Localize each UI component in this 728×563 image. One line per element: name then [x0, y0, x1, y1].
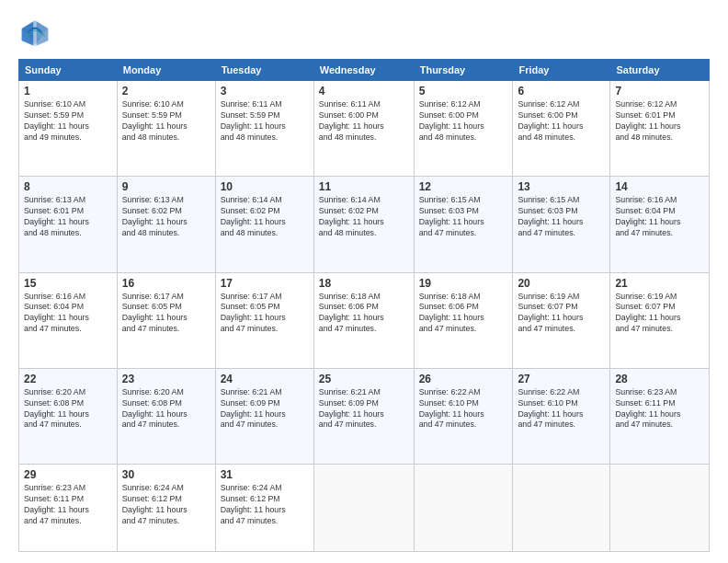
day-number: 9 [122, 180, 210, 193]
day-cell-13: 13Sunrise: 6:15 AM Sunset: 6:03 PM Dayli… [513, 177, 610, 272]
day-cell-18: 18Sunrise: 6:18 AM Sunset: 6:06 PM Dayli… [313, 272, 414, 368]
day-info: Sunrise: 6:24 AM Sunset: 6:12 PM Dayligh… [221, 483, 309, 527]
day-number: 19 [419, 277, 508, 290]
day-cell-12: 12Sunrise: 6:15 AM Sunset: 6:03 PM Dayli… [414, 177, 513, 272]
calendar-week-row: 8Sunrise: 6:13 AM Sunset: 6:01 PM Daylig… [19, 177, 710, 272]
day-info: Sunrise: 6:23 AM Sunset: 6:11 PM Dayligh… [24, 483, 112, 527]
day-info: Sunrise: 6:10 AM Sunset: 5:59 PM Dayligh… [122, 99, 210, 144]
day-info: Sunrise: 6:17 AM Sunset: 6:05 PM Dayligh… [122, 292, 210, 336]
day-info: Sunrise: 6:10 AM Sunset: 5:59 PM Dayligh… [24, 99, 112, 144]
calendar-week-row: 29Sunrise: 6:23 AM Sunset: 6:11 PM Dayli… [19, 465, 710, 552]
weekday-header-wednesday: Wednesday [313, 60, 414, 81]
day-cell-15: 15Sunrise: 6:16 AM Sunset: 6:04 PM Dayli… [19, 272, 118, 368]
weekday-header-monday: Monday [117, 60, 215, 81]
day-number: 20 [518, 277, 605, 290]
day-info: Sunrise: 6:14 AM Sunset: 6:02 PM Dayligh… [221, 195, 309, 239]
day-info: Sunrise: 6:12 AM Sunset: 6:00 PM Dayligh… [518, 99, 605, 144]
calendar-week-row: 15Sunrise: 6:16 AM Sunset: 6:04 PM Dayli… [19, 272, 710, 368]
day-cell-26: 26Sunrise: 6:22 AM Sunset: 6:10 PM Dayli… [414, 368, 513, 464]
day-number: 5 [419, 85, 508, 98]
weekday-header-sunday: Sunday [19, 60, 118, 81]
day-cell-4: 4Sunrise: 6:11 AM Sunset: 6:00 PM Daylig… [313, 81, 414, 177]
day-info: Sunrise: 6:13 AM Sunset: 6:01 PM Dayligh… [24, 195, 112, 239]
empty-day-cell [610, 465, 710, 552]
day-cell-10: 10Sunrise: 6:14 AM Sunset: 6:02 PM Dayli… [215, 177, 313, 272]
day-number: 18 [319, 277, 409, 290]
day-number: 13 [518, 180, 605, 193]
day-info: Sunrise: 6:12 AM Sunset: 6:00 PM Dayligh… [419, 99, 508, 144]
empty-day-cell [414, 465, 513, 552]
day-number: 16 [122, 277, 210, 290]
day-cell-16: 16Sunrise: 6:17 AM Sunset: 6:05 PM Dayli… [117, 272, 215, 368]
day-cell-27: 27Sunrise: 6:22 AM Sunset: 6:10 PM Dayli… [513, 368, 610, 464]
page: SundayMondayTuesdayWednesdayThursdayFrid… [0, 0, 728, 563]
day-cell-29: 29Sunrise: 6:23 AM Sunset: 6:11 PM Dayli… [19, 465, 118, 552]
day-number: 10 [221, 180, 309, 193]
logo-icon [18, 17, 51, 50]
day-info: Sunrise: 6:11 AM Sunset: 5:59 PM Dayligh… [221, 99, 309, 144]
day-info: Sunrise: 6:21 AM Sunset: 6:09 PM Dayligh… [319, 387, 409, 431]
day-number: 24 [221, 373, 309, 385]
day-number: 7 [615, 85, 704, 98]
day-info: Sunrise: 6:19 AM Sunset: 6:07 PM Dayligh… [518, 292, 605, 336]
day-number: 30 [122, 468, 210, 481]
header [18, 17, 710, 50]
day-info: Sunrise: 6:16 AM Sunset: 6:04 PM Dayligh… [615, 195, 704, 239]
day-number: 2 [122, 85, 210, 98]
day-number: 15 [24, 277, 112, 290]
day-number: 26 [419, 373, 508, 385]
day-number: 25 [319, 373, 409, 385]
day-number: 8 [24, 180, 112, 193]
day-cell-25: 25Sunrise: 6:21 AM Sunset: 6:09 PM Dayli… [313, 368, 414, 464]
day-cell-21: 21Sunrise: 6:19 AM Sunset: 6:07 PM Dayli… [610, 272, 710, 368]
day-cell-9: 9Sunrise: 6:13 AM Sunset: 6:02 PM Daylig… [117, 177, 215, 272]
day-cell-7: 7Sunrise: 6:12 AM Sunset: 6:01 PM Daylig… [610, 81, 710, 177]
day-info: Sunrise: 6:24 AM Sunset: 6:12 PM Dayligh… [122, 483, 210, 527]
weekday-header-friday: Friday [513, 60, 610, 81]
weekday-header-thursday: Thursday [414, 60, 513, 81]
weekday-header-row: SundayMondayTuesdayWednesdayThursdayFrid… [19, 60, 710, 81]
day-info: Sunrise: 6:13 AM Sunset: 6:02 PM Dayligh… [122, 195, 210, 239]
day-info: Sunrise: 6:18 AM Sunset: 6:06 PM Dayligh… [419, 292, 508, 336]
day-cell-5: 5Sunrise: 6:12 AM Sunset: 6:00 PM Daylig… [414, 81, 513, 177]
day-number: 29 [24, 468, 112, 481]
weekday-header-tuesday: Tuesday [215, 60, 313, 81]
day-number: 4 [319, 85, 409, 98]
calendar-week-row: 22Sunrise: 6:20 AM Sunset: 6:08 PM Dayli… [19, 368, 710, 464]
day-cell-19: 19Sunrise: 6:18 AM Sunset: 6:06 PM Dayli… [414, 272, 513, 368]
day-number: 28 [615, 373, 704, 385]
day-number: 17 [221, 277, 309, 290]
day-info: Sunrise: 6:15 AM Sunset: 6:03 PM Dayligh… [419, 195, 508, 239]
day-info: Sunrise: 6:11 AM Sunset: 6:00 PM Dayligh… [319, 99, 409, 144]
logo [18, 17, 55, 50]
day-number: 22 [24, 373, 112, 385]
day-cell-30: 30Sunrise: 6:24 AM Sunset: 6:12 PM Dayli… [117, 465, 215, 552]
day-number: 11 [319, 180, 409, 193]
day-cell-24: 24Sunrise: 6:21 AM Sunset: 6:09 PM Dayli… [215, 368, 313, 464]
day-cell-22: 22Sunrise: 6:20 AM Sunset: 6:08 PM Dayli… [19, 368, 118, 464]
empty-day-cell [513, 465, 610, 552]
day-number: 3 [221, 85, 309, 98]
day-number: 21 [615, 277, 704, 290]
day-number: 14 [615, 180, 704, 193]
day-info: Sunrise: 6:21 AM Sunset: 6:09 PM Dayligh… [221, 387, 309, 431]
day-info: Sunrise: 6:18 AM Sunset: 6:06 PM Dayligh… [319, 292, 409, 336]
day-info: Sunrise: 6:20 AM Sunset: 6:08 PM Dayligh… [24, 387, 112, 431]
day-cell-20: 20Sunrise: 6:19 AM Sunset: 6:07 PM Dayli… [513, 272, 610, 368]
calendar-week-row: 1Sunrise: 6:10 AM Sunset: 5:59 PM Daylig… [19, 81, 710, 177]
day-cell-23: 23Sunrise: 6:20 AM Sunset: 6:08 PM Dayli… [117, 368, 215, 464]
day-info: Sunrise: 6:19 AM Sunset: 6:07 PM Dayligh… [615, 292, 704, 336]
weekday-header-saturday: Saturday [610, 60, 710, 81]
day-info: Sunrise: 6:15 AM Sunset: 6:03 PM Dayligh… [518, 195, 605, 239]
day-cell-2: 2Sunrise: 6:10 AM Sunset: 5:59 PM Daylig… [117, 81, 215, 177]
day-number: 6 [518, 85, 605, 98]
day-info: Sunrise: 6:22 AM Sunset: 6:10 PM Dayligh… [419, 387, 508, 431]
day-number: 1 [24, 85, 112, 98]
day-cell-11: 11Sunrise: 6:14 AM Sunset: 6:02 PM Dayli… [313, 177, 414, 272]
day-cell-8: 8Sunrise: 6:13 AM Sunset: 6:01 PM Daylig… [19, 177, 118, 272]
day-cell-17: 17Sunrise: 6:17 AM Sunset: 6:05 PM Dayli… [215, 272, 313, 368]
day-info: Sunrise: 6:23 AM Sunset: 6:11 PM Dayligh… [615, 387, 704, 431]
day-number: 27 [518, 373, 605, 385]
day-number: 12 [419, 180, 508, 193]
day-cell-6: 6Sunrise: 6:12 AM Sunset: 6:00 PM Daylig… [513, 81, 610, 177]
